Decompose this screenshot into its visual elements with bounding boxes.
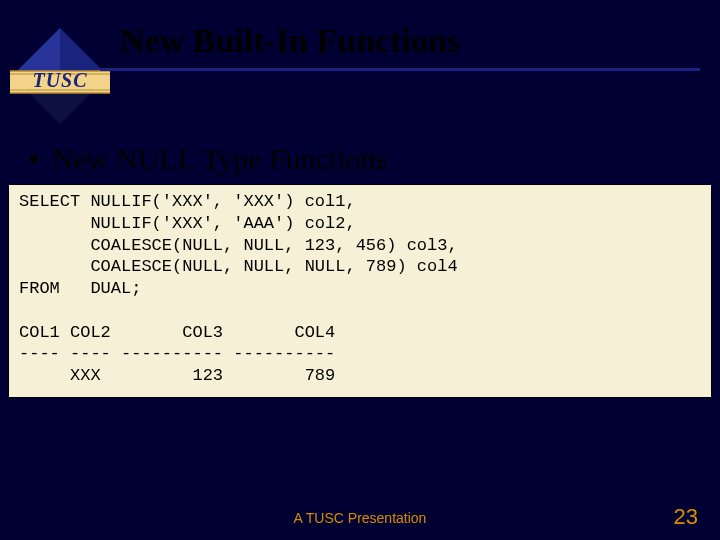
- title-underline: [100, 68, 700, 71]
- page-number: 23: [674, 504, 698, 530]
- logo-diamond-icon: TUSC: [10, 26, 110, 126]
- code-block: SELECT NULLIF('XXX', 'XXX') col1, NULLIF…: [8, 184, 712, 398]
- tusc-logo: TUSC: [10, 26, 110, 126]
- svg-text:TUSC: TUSC: [32, 69, 87, 91]
- footer-text: A TUSC Presentation: [0, 510, 720, 526]
- bullet-text: New NULL Type Functions: [52, 142, 387, 176]
- page-title: New Built-In Functions: [120, 22, 460, 60]
- bullet-item: New NULL Type Functions: [30, 142, 387, 176]
- bullet-icon: [30, 155, 38, 163]
